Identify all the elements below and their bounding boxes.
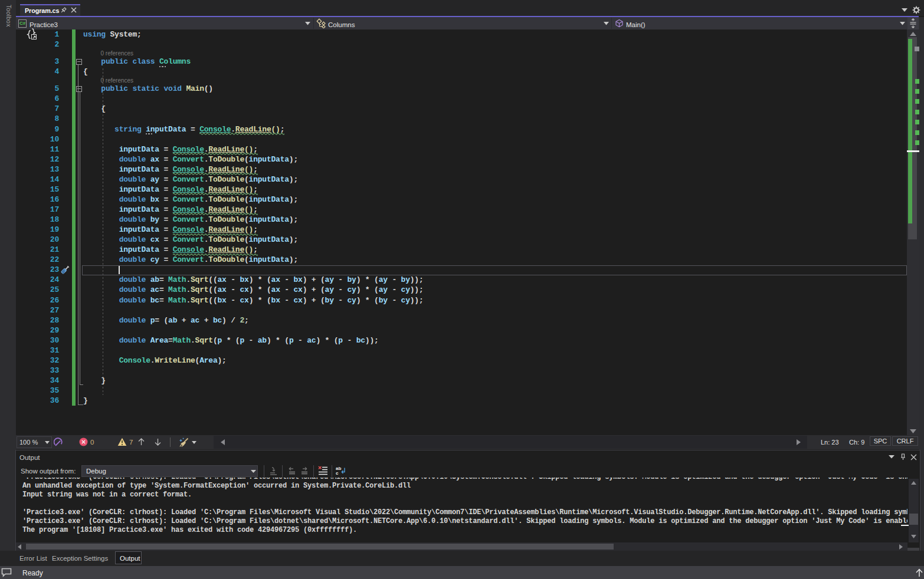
svg-text:c: c xyxy=(336,471,339,476)
